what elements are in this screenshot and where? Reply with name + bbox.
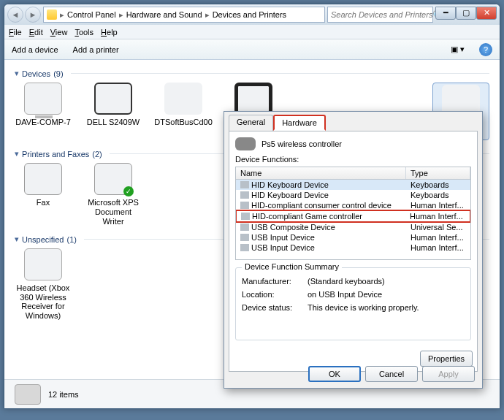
tab-panel-hardware: Ps5 wireless controller Device Functions… <box>229 131 478 372</box>
chevron-down-icon: ▾ <box>15 69 19 78</box>
search-box[interactable]: 🔍 <box>327 7 433 23</box>
func-name: USB Composite Device <box>251 223 335 232</box>
apply-button[interactable]: Apply <box>422 366 475 382</box>
device-item[interactable]: ✓ Microsoft XPS Document Writer <box>85 163 142 226</box>
section-count: (1) <box>66 235 76 244</box>
status-value: This device is working properly. <box>308 303 465 312</box>
device-label: Headset (Xbox 360 Wireless Receiver for … <box>15 283 72 321</box>
devices-section-header[interactable]: ▾ Devices (9) <box>15 69 489 78</box>
summary-title: Device Function Summary <box>242 262 342 271</box>
device-function-summary: Device Function Summary Manufacturer: (S… <box>235 267 471 340</box>
device-item[interactable]: DTSoftBusCd00 <box>155 83 212 140</box>
manufacturer-label: Manufacturer: <box>242 277 308 286</box>
search-input[interactable] <box>331 10 432 19</box>
properties-button[interactable]: Properties <box>420 351 473 367</box>
func-name: HID-compliant consumer control device <box>251 201 392 210</box>
location-label: Location: <box>242 290 308 299</box>
device-mini-icon <box>240 202 249 209</box>
func-type: Human Interf... <box>406 243 470 253</box>
disc-icon <box>164 83 202 115</box>
forward-button[interactable]: ► <box>25 7 41 23</box>
col-name[interactable]: Name <box>236 167 406 179</box>
section-count: (2) <box>92 150 102 159</box>
device-label: DAVE-COMP-7 <box>15 118 71 127</box>
chevron-down-icon: ▾ <box>15 149 19 159</box>
device-label: DTSoftBusCd00 <box>154 118 212 127</box>
menubar: File Edit View Tools Help <box>4 25 500 39</box>
crumb-control-panel[interactable]: Control Panel <box>67 10 116 19</box>
help-icon[interactable]: ? <box>479 43 492 56</box>
controller-icon <box>235 137 256 150</box>
computer-icon <box>24 83 62 115</box>
menu-view[interactable]: View <box>50 28 68 37</box>
section-count: (9) <box>53 69 63 78</box>
view-options-icon[interactable]: ▣ ▾ <box>451 45 465 54</box>
status-text: 12 items <box>48 390 79 399</box>
func-type: Keyboards <box>406 190 470 200</box>
table-row[interactable]: HID Keyboard DeviceKeyboards <box>236 180 470 190</box>
func-name: USB Input Device <box>251 233 315 242</box>
func-type: Human Interf... <box>406 200 470 210</box>
device-item[interactable]: DAVE-COMP-7 <box>15 83 72 140</box>
func-type: Human Interf... <box>405 211 470 221</box>
maximize-button[interactable]: ▢ <box>456 7 476 20</box>
device-item[interactable]: Fax <box>15 163 72 226</box>
menu-file[interactable]: File <box>9 28 22 37</box>
table-header[interactable]: Name Type <box>236 167 470 180</box>
table-row[interactable]: HID-compliant consumer control deviceHum… <box>236 200 470 210</box>
add-device-button[interactable]: Add a device <box>12 45 58 54</box>
device-mini-icon <box>240 191 249 199</box>
fax-icon <box>24 163 62 195</box>
close-button[interactable]: ✕ <box>476 7 497 20</box>
tab-hardware[interactable]: Hardware <box>273 115 326 131</box>
device-item[interactable]: DELL S2409W <box>85 83 142 140</box>
device-item[interactable]: Headset (Xbox 360 Wireless Receiver for … <box>15 248 72 321</box>
dialog-device-name: Ps5 wireless controller <box>261 140 342 148</box>
tabs: General Hardware <box>224 112 482 131</box>
table-row[interactable]: USB Input DeviceHuman Interf... <box>236 232 470 243</box>
device-functions-label: Device Functions: <box>235 155 471 164</box>
titlebar: ◄ ► ▸ Control Panel ▸ Hardware and Sound… <box>4 4 500 25</box>
manufacturer-value: (Standard keyboards) <box>308 277 465 286</box>
func-type: Universal Se... <box>406 222 470 232</box>
monitor-icon <box>94 83 132 115</box>
func-name: HID Keyboard Device <box>251 180 329 189</box>
menu-edit[interactable]: Edit <box>29 28 43 37</box>
section-title: Devices <box>22 69 50 78</box>
breadcrumb[interactable]: ▸ Control Panel ▸ Hardware and Sound ▸ D… <box>43 7 325 23</box>
device-mini-icon <box>241 213 250 220</box>
section-title: Printers and Faxes <box>22 150 89 159</box>
func-name: HID Keyboard Device <box>251 191 329 199</box>
folder-icon <box>47 9 57 20</box>
status-icon <box>15 384 41 405</box>
table-row[interactable]: USB Input DeviceHuman Interf... <box>236 243 470 253</box>
device-mini-icon <box>240 224 249 231</box>
func-name: USB Input Device <box>251 243 315 252</box>
headset-icon <box>234 83 272 115</box>
col-type[interactable]: Type <box>406 167 470 179</box>
table-row[interactable]: HID-compliant Game controllerHuman Inter… <box>235 210 471 223</box>
toolbar: Add a device Add a printer ▣ ▾ ? <box>4 39 500 60</box>
cancel-button[interactable]: Cancel <box>365 366 418 382</box>
table-row[interactable]: USB Composite DeviceUniversal Se... <box>236 222 470 232</box>
add-printer-button[interactable]: Add a printer <box>73 45 119 54</box>
device-properties-dialog: General Hardware Ps5 wireless controller… <box>224 111 483 389</box>
device-label: DELL S2409W <box>87 118 140 127</box>
default-check-icon: ✓ <box>123 186 134 196</box>
table-row[interactable]: HID Keyboard DeviceKeyboards <box>236 190 470 200</box>
menu-help[interactable]: Help <box>101 28 118 37</box>
crumb-hardware-sound[interactable]: Hardware and Sound <box>126 10 202 19</box>
device-mini-icon <box>240 181 249 188</box>
device-mini-icon <box>240 244 249 251</box>
minimize-button[interactable]: ━ <box>435 7 456 20</box>
ok-button[interactable]: OK <box>308 366 361 382</box>
tab-general[interactable]: General <box>229 115 273 131</box>
chevron-down-icon: ▾ <box>15 234 19 244</box>
func-type: Human Interf... <box>406 232 470 243</box>
back-button[interactable]: ◄ <box>7 7 23 23</box>
menu-tools[interactable]: Tools <box>75 28 93 37</box>
device-functions-table[interactable]: Name Type HID Keyboard DeviceKeyboardsHI… <box>235 167 471 260</box>
device-mini-icon <box>240 234 249 241</box>
crumb-devices-printers[interactable]: Devices and Printers <box>213 10 287 19</box>
func-type: Keyboards <box>406 180 470 190</box>
